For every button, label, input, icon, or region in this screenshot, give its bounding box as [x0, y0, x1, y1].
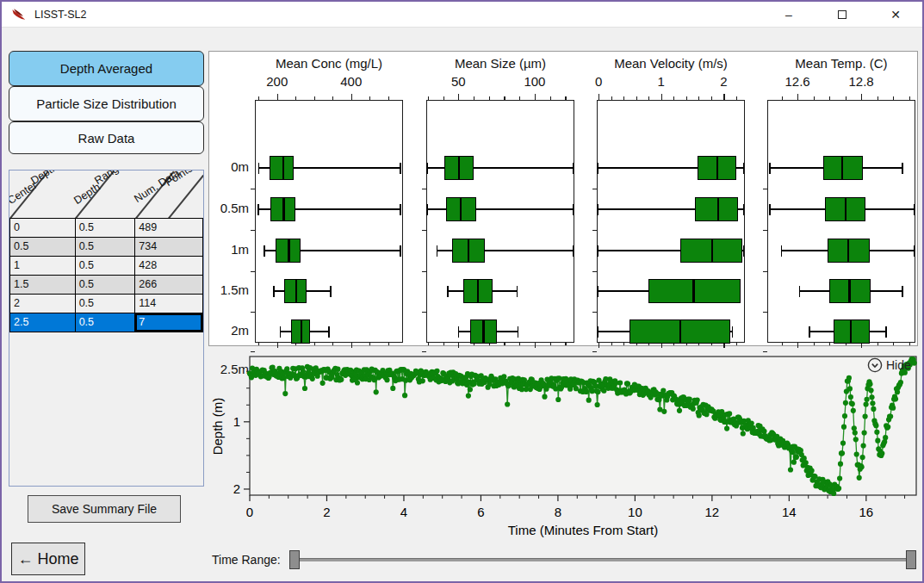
axis-tick — [519, 343, 520, 345]
axis-tick — [565, 343, 566, 345]
table-row[interactable]: 00.5489 — [10, 219, 203, 238]
x-axis-title: Time (Minutes From Start) — [508, 523, 658, 537]
table-cell[interactable]: 1.5 — [10, 276, 76, 295]
time-range-handle-start[interactable] — [289, 550, 300, 569]
scatter-point — [595, 402, 600, 407]
scatter-point — [727, 411, 732, 416]
axis-tick — [861, 94, 862, 100]
depth-bin-tick — [763, 189, 767, 189]
whisker-cap — [573, 163, 574, 174]
median-line — [468, 239, 469, 263]
table-cell[interactable]: 266 — [135, 276, 203, 295]
axis-tick — [258, 96, 259, 100]
maximize-icon[interactable] — [815, 2, 869, 27]
whisker-cap — [426, 163, 428, 174]
close-icon[interactable]: ✕ — [869, 2, 922, 27]
minimize-icon[interactable]: – — [762, 2, 815, 27]
scatter-point — [724, 426, 729, 431]
table-cell[interactable]: 1 — [10, 257, 76, 276]
depth-bin-label: 1.5m — [209, 282, 249, 297]
x-axis-tick-label: 12 — [705, 505, 720, 519]
table-cell[interactable]: 114 — [135, 295, 203, 313]
table-cell[interactable]: 2.5 — [10, 313, 76, 332]
table-cell[interactable]: 489 — [135, 219, 203, 238]
table-cell[interactable]: 0.5 — [76, 219, 136, 238]
median-line — [716, 156, 718, 180]
depth-bin-tick — [592, 271, 597, 272]
scatter-point — [542, 394, 547, 400]
tab-particle-size-distribution[interactable]: Particle Size Distribution — [9, 86, 204, 121]
depth-time-chart: 024681012141612Time (Minutes From Start)… — [208, 350, 920, 542]
table-cell[interactable]: 7 — [135, 313, 203, 332]
table-row[interactable]: 20.5114 — [10, 295, 203, 313]
whisker-cap — [743, 204, 745, 215]
table-cell[interactable]: 734 — [135, 238, 203, 257]
plot-area — [597, 100, 745, 343]
axis-tick-label: 1 — [636, 74, 687, 89]
scatter-point — [883, 435, 888, 440]
table-cell[interactable]: 2 — [10, 295, 76, 313]
axis-tick — [686, 96, 687, 100]
scatter-point — [863, 413, 868, 419]
table-cell[interactable]: 428 — [135, 257, 203, 276]
time-range-handle-end[interactable] — [906, 550, 916, 569]
table-row[interactable]: 1.50.5266 — [10, 276, 203, 295]
whisker-cap — [328, 326, 330, 338]
hide-button-label: Hide — [886, 358, 911, 372]
table-cell[interactable]: 0 — [10, 219, 76, 238]
axis-tick — [661, 94, 662, 100]
whisker-cap — [914, 245, 915, 257]
table-cell[interactable]: 0.5 — [76, 257, 136, 276]
scatter-point — [586, 398, 592, 403]
axis-tick — [332, 96, 333, 100]
tab-raw-data[interactable]: Raw Data — [9, 121, 204, 154]
scatter-point — [843, 400, 848, 406]
whisker-cap — [914, 204, 915, 215]
table-cell[interactable]: 0.5 — [76, 313, 136, 332]
plot-area — [426, 100, 574, 343]
median-line — [295, 279, 297, 303]
scatter-point — [860, 455, 865, 460]
axis-tick — [909, 343, 910, 345]
whisker-cap — [458, 326, 460, 338]
table-row[interactable]: 10.5428 — [10, 257, 203, 276]
scatter-point — [867, 381, 872, 387]
scatter-point — [384, 377, 389, 382]
table-cell[interactable]: 0.5 — [76, 276, 136, 295]
maximize-glyph — [838, 10, 846, 19]
median-line — [282, 156, 284, 180]
scatter-point — [854, 451, 859, 456]
table-cell[interactable]: 0.5 — [10, 238, 76, 257]
tab-depth-averaged[interactable]: Depth Averaged — [9, 51, 204, 86]
depth-bin-label: 2m — [209, 323, 249, 338]
hide-button[interactable]: Hide — [867, 357, 911, 373]
axis-tick — [519, 96, 520, 100]
scatter-point — [402, 393, 407, 398]
scatter-point — [466, 394, 471, 399]
time-range-track[interactable] — [295, 558, 912, 561]
whisker-cap — [400, 163, 401, 174]
table-cell[interactable]: 0.5 — [76, 295, 136, 313]
scatter-point — [794, 455, 799, 460]
scatter-point — [761, 429, 766, 434]
home-button[interactable]: ← Home — [11, 543, 85, 575]
chart-title: Mean Velocity (m/s) — [576, 56, 766, 71]
axis-tick — [388, 343, 389, 345]
table-row[interactable]: 2.50.57 — [10, 313, 203, 332]
scatter-point — [584, 389, 589, 394]
axis-tick-label: 2 — [698, 74, 749, 89]
table-cell[interactable]: 0.5 — [76, 238, 136, 257]
depth-bin-tick — [592, 312, 597, 313]
depth-bin-label: 0m — [209, 159, 249, 174]
scatter-point — [661, 409, 667, 414]
x-axis-tick-label: 16 — [859, 505, 873, 519]
whisker-cap — [597, 286, 598, 297]
axis-tick-label: 100 — [509, 74, 561, 89]
scatter-point — [846, 375, 852, 381]
median-line — [717, 197, 719, 221]
axis-tick — [535, 94, 536, 100]
table-row[interactable]: 0.50.5734 — [10, 238, 203, 257]
table-rows: 00.54890.50.573410.54281.50.526620.51142… — [9, 218, 203, 332]
save-summary-file-button[interactable]: Save Summary File — [28, 495, 181, 523]
axis-tick — [314, 343, 315, 345]
